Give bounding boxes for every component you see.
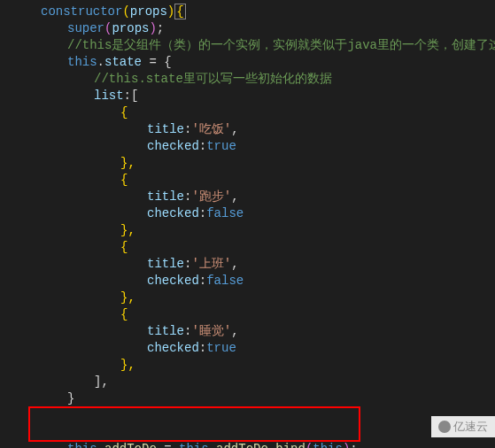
prop-checked: checked [147,206,199,220]
dot: . [97,442,104,448]
prop-checked: checked [147,139,199,153]
paren: ) [149,21,156,35]
colon: : [199,274,206,288]
colon: : [199,341,206,355]
code-line: checked:false [41,205,495,222]
prop-title: title [147,257,184,271]
brace: { [120,240,128,254]
bool-false: false [206,206,244,220]
brace: { [120,105,128,120]
keyword-this: this [313,442,343,448]
code-line: super(props); [41,20,495,37]
code-line: title:'吃饭', [41,121,495,138]
colon: : [199,139,206,153]
code-line: constructor(props){ [41,4,495,20]
keyword-this: this [179,442,209,448]
code-line: title:'睡觉', [41,323,495,340]
comma: , [231,122,238,136]
code-line [41,407,495,424]
op-eq: = [157,442,179,448]
bracket-open: :[ [124,89,139,103]
code-line: checked:false [41,273,495,290]
bool-true: true [206,341,236,355]
brace: { [174,4,185,19]
code-line: title:'上班', [41,256,495,273]
keyword-this: this [67,55,97,69]
watermark-icon [438,421,451,433]
paren: ) [167,4,174,19]
code-line: ], [41,374,495,390]
bool-true: true [206,139,236,153]
code-line: { [41,104,495,121]
method-addtodo: addToDo [216,442,268,448]
code-line: checked:true [41,340,495,357]
code-line: //this.state里可以写一些初始化的数据 [41,71,495,88]
code-line: this.state = { [41,54,495,71]
prop-state: state [104,55,142,69]
watermark: 亿速云 [431,416,495,437]
comment: //this.state里可以写一些初始化的数据 [94,72,332,86]
prop-checked: checked [147,341,199,355]
param-props: props [112,21,149,35]
code-line: checked:true [41,138,495,155]
code-line: this.addToDo = this.addToDo.bind(this); [41,441,495,448]
brace-close: }, [120,358,135,372]
dot: . [209,442,216,448]
semicolon: ; [157,21,164,35]
code-line: }, [41,357,495,374]
keyword-super: super [67,21,104,35]
brace-close: }, [120,223,135,237]
code-line: { [41,239,495,256]
code-line: }, [41,155,495,172]
string-value: '上班' [191,257,231,271]
op-eq: = { [142,55,172,69]
code-line [41,424,495,441]
keyword-constructor: constructor [41,4,122,19]
code-line: //this是父组件（类）的一个实例，实例就类似于java里的一个类，创建了这 [41,37,495,54]
watermark-text: 亿速云 [453,419,488,435]
colon: : [199,206,206,220]
code-line: }, [41,290,495,306]
string-value: '吃饭' [191,122,231,136]
prop-title: title [147,324,184,338]
code-line: }, [41,222,495,239]
comment: //this是父组件（类）的一个实例，实例就类似于java里的一个类，创建了这 [67,38,495,52]
method-addtodo: addToDo [104,442,157,448]
brace: { [120,173,128,187]
code-line: title:'跑步', [41,189,495,205]
paren: ( [122,4,129,19]
code-block: constructor(props){ super(props); //this… [0,0,495,448]
code-line: { [41,172,495,189]
method-bind: bind [275,442,306,448]
brace: } [67,391,74,406]
string-value: '睡觉' [191,324,231,338]
bracket-close: ], [94,375,109,389]
prop-title: title [147,189,184,204]
brace-close: }, [120,156,135,170]
semicolon: ; [350,442,357,448]
brace-close: }, [120,290,135,305]
dot: . [97,55,104,69]
prop-list: list [94,89,124,103]
brace: { [120,307,128,321]
comma: , [231,324,238,338]
prop-title: title [147,122,184,136]
string-value: '跑步' [191,189,231,204]
comma: , [231,189,238,204]
code-line: list:[ [41,88,495,104]
code-line: } [41,390,495,407]
param-props: props [130,4,167,19]
code-line: { [41,306,495,323]
bool-false: false [206,274,244,288]
keyword-this: this [67,442,97,448]
prop-checked: checked [147,274,199,288]
comma: , [231,257,238,271]
